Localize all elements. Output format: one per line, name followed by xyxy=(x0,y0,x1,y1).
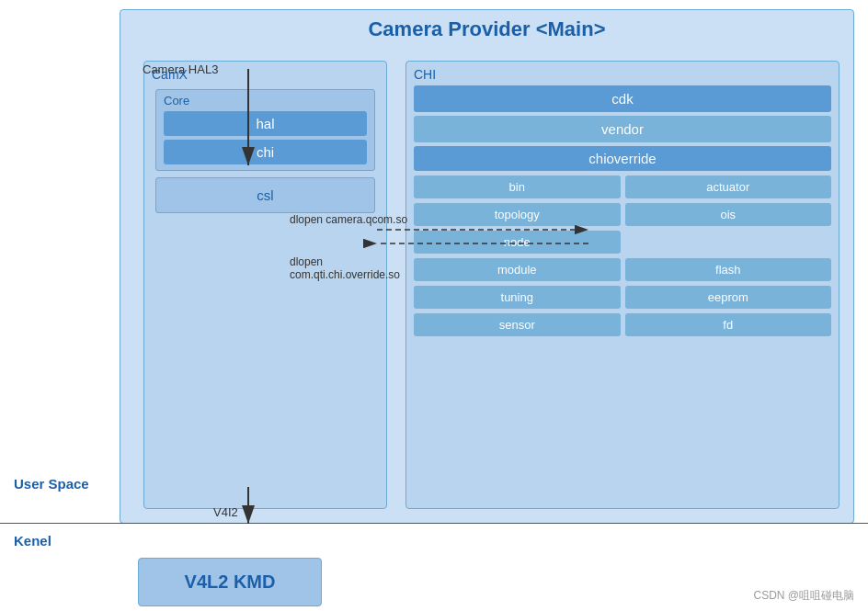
camera-provider-box: Camera Provider <Main> CamX Core hal chi… xyxy=(120,9,854,524)
dlopen-label2: dlopencom.qti.chi.override.so xyxy=(290,255,400,281)
camera-hal3-label: Camera HAL3 xyxy=(143,62,218,76)
chi-grid-actuator: actuator xyxy=(625,175,832,198)
chi-grid-ois: ois xyxy=(625,203,832,226)
chi-grid-fd: fd xyxy=(625,313,832,336)
main-container: Camera Provider <Main> CamX Core hal chi… xyxy=(0,0,868,611)
user-space-divider xyxy=(0,523,868,524)
hal-box: hal xyxy=(164,111,367,136)
core-label: Core xyxy=(156,90,374,109)
chi-grid-bin: bin xyxy=(414,175,621,198)
chi-grid-tuning: tuning xyxy=(414,286,621,309)
chi-grid-empty1 xyxy=(625,231,832,254)
cdk-box: cdk xyxy=(414,85,831,112)
chi-grid-module: module xyxy=(414,258,621,281)
chi-grid: bin actuator topology ois node module fl… xyxy=(414,175,831,336)
kenel-label: Kenel xyxy=(14,533,51,549)
vendor-box: vendor xyxy=(414,116,831,142)
v4i2-label: V4I2 xyxy=(213,505,238,519)
v4l2-box: V4L2 KMD xyxy=(138,558,322,606)
user-space-label: User Space xyxy=(14,476,89,492)
csl-box: csl xyxy=(155,177,375,213)
chi-inner-box: chi xyxy=(164,140,367,164)
watermark: CSDN @咀咀碰电脑 xyxy=(753,588,854,604)
chi-grid-eeprom: eeprom xyxy=(625,286,832,309)
chi-grid-sensor: sensor xyxy=(414,313,621,336)
camx-box: CamX Core hal chi hwl swl csl xyxy=(143,61,387,509)
camera-provider-title: Camera Provider <Main> xyxy=(130,17,844,41)
chi-box: CHI cdk vendor chioverride bin actuator … xyxy=(405,61,839,509)
chioverride-box: chioverride xyxy=(414,146,831,171)
dlopen-label1: dlopen camera.qcom.so xyxy=(290,213,407,226)
core-hal-box: Core hal chi xyxy=(155,89,375,171)
chi-label: CHI xyxy=(406,62,839,84)
chi-grid-topology: topology xyxy=(414,203,621,226)
chi-grid-flash: flash xyxy=(625,258,832,281)
chi-grid-node: node xyxy=(414,231,621,254)
